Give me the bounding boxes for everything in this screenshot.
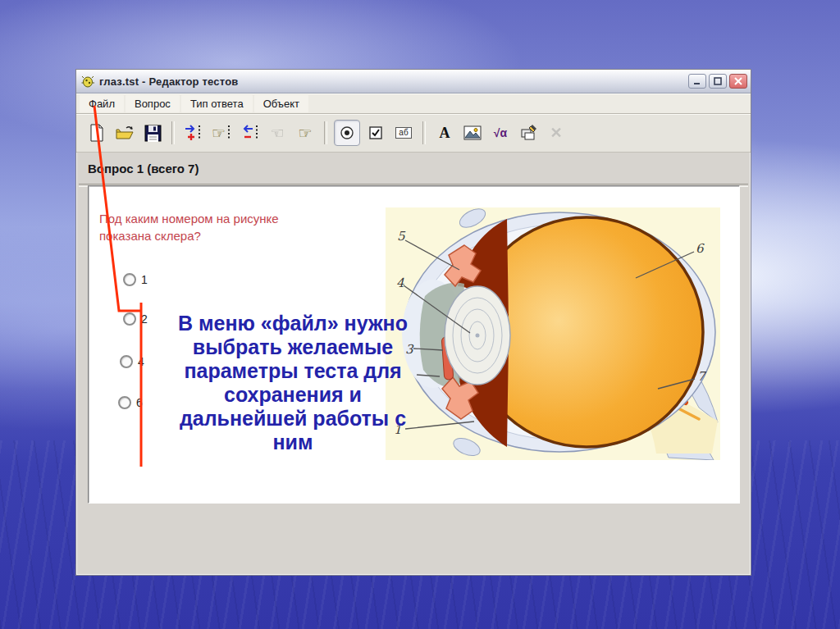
question-text: Под каким номером на рисунке показана ск… <box>99 210 378 244</box>
toolbar-separator <box>324 121 327 144</box>
prev-question-button: ☜ <box>265 121 290 145</box>
delete-button: ✕ <box>544 121 568 145</box>
maximize-icon <box>714 77 722 85</box>
maximize-button[interactable] <box>709 74 727 89</box>
object-properties-button[interactable] <box>516 121 541 145</box>
answer-option-2[interactable]: 2 <box>123 312 148 326</box>
insert-formula-button[interactable]: √α <box>488 121 513 145</box>
font-button[interactable]: A <box>432 121 457 145</box>
insert-image-button[interactable] <box>460 121 485 145</box>
question-header: Вопрос 1 (всего 7) <box>76 153 751 184</box>
checkbox-answer-button[interactable] <box>363 121 388 145</box>
next-question-button[interactable]: ☞ <box>293 121 317 145</box>
title-bar[interactable]: глаз.tst - Редактор тестов <box>76 70 751 93</box>
close-button[interactable] <box>729 74 747 89</box>
toolbar-separator <box>422 121 426 144</box>
add-question-button[interactable] <box>181 121 206 145</box>
radio-icon[interactable] <box>120 355 133 368</box>
new-document-button[interactable] <box>84 121 109 145</box>
menu-object[interactable]: Объект <box>254 95 308 112</box>
close-icon <box>734 77 742 85</box>
menu-question[interactable]: Вопрос <box>126 95 180 112</box>
remove-question-button[interactable] <box>237 121 262 145</box>
checkbox-answer-icon <box>368 125 383 140</box>
toolbar: ☞ ☜ ☞ аб A <box>76 114 751 153</box>
option-label: 1 <box>141 273 148 286</box>
annotation-text: В меню «файл» нужно выбрать желаемые пар… <box>150 312 436 454</box>
toolbar-separator <box>171 121 175 144</box>
option-label: 6 <box>136 396 143 409</box>
radio-icon[interactable] <box>123 273 136 286</box>
goto-question-button[interactable]: ☞ <box>209 121 234 145</box>
eye-label-4: 4 <box>396 276 404 290</box>
save-button[interactable] <box>140 121 165 145</box>
image-icon <box>463 125 482 140</box>
question-list-icon <box>226 124 231 142</box>
option-label: 2 <box>141 312 148 326</box>
new-document-icon <box>89 124 105 142</box>
save-icon <box>144 125 162 142</box>
menu-file[interactable]: Файл <box>80 95 124 112</box>
remove-question-icon <box>240 124 259 142</box>
object-icon <box>519 125 537 141</box>
answer-option-6[interactable]: 6 <box>118 396 143 409</box>
add-question-icon <box>184 124 203 142</box>
textfield-answer-button[interactable]: аб <box>391 121 416 145</box>
radio-icon[interactable] <box>118 396 131 409</box>
option-label: 4 <box>138 355 144 368</box>
menu-bar: Файл Вопрос Тип ответа Объект <box>76 93 751 114</box>
radio-icon[interactable] <box>123 312 136 326</box>
open-file-button[interactable] <box>112 121 137 145</box>
radio-answer-button[interactable] <box>334 120 360 146</box>
answer-option-4[interactable]: 4 <box>120 355 144 368</box>
minimize-icon <box>693 77 701 85</box>
menu-answer-type[interactable]: Тип ответа <box>181 95 253 112</box>
eye-anatomy-image: 5 4 3 6 7 1 <box>386 207 720 460</box>
answer-option-1[interactable]: 1 <box>123 273 148 286</box>
open-file-icon <box>115 125 135 141</box>
app-icon <box>81 75 95 88</box>
eye-label-5: 5 <box>397 229 406 244</box>
radio-answer-icon <box>340 125 354 140</box>
eye-label-6: 6 <box>696 241 705 256</box>
minimize-button[interactable] <box>688 74 706 89</box>
window-title: глаз.tst - Редактор тестов <box>99 75 686 88</box>
